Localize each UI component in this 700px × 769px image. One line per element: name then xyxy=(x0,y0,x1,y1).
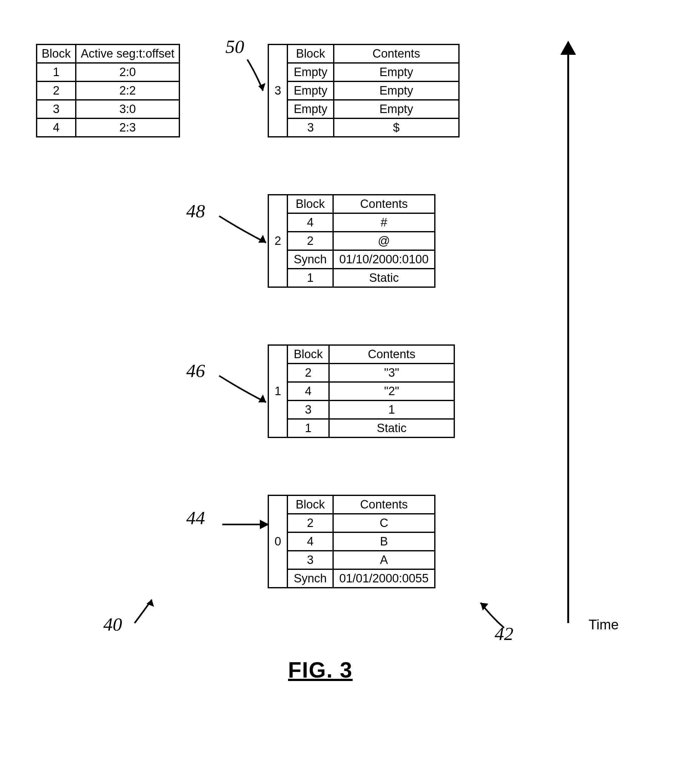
table-row: 1 Static xyxy=(268,419,454,438)
segment-0-table: 0 Block Contents 2 C 4 B 3 A Synch 01/01… xyxy=(268,495,436,588)
table-row: 1 Static xyxy=(268,269,435,287)
table-row: Synch 01/10/2000:0100 xyxy=(268,250,435,269)
segment-3: 3 Block Contents Empty Empty Empty Empty… xyxy=(268,44,460,137)
cell-contents: 01/01/2000:0055 xyxy=(333,569,435,588)
segment-2-table: 2 Block Contents 4 # 2 @ Synch 01/10/200… xyxy=(268,194,436,288)
svg-marker-8 xyxy=(481,603,488,611)
callout-44: 44 xyxy=(186,507,205,529)
cell-contents: # xyxy=(333,213,435,232)
cell-block: 3 xyxy=(287,401,329,419)
lookup-table: Block Active seg:t:offset 1 2:0 2 2:2 3 … xyxy=(36,44,180,137)
cell-block: Empty xyxy=(287,81,334,100)
cell-block: 4 xyxy=(37,118,76,137)
segment-0: 0 Block Contents 2 C 4 B 3 A Synch 01/01… xyxy=(268,495,436,588)
callout-46: 46 xyxy=(186,360,205,382)
cell-contents: 1 xyxy=(329,401,454,419)
cell-contents: "3" xyxy=(329,364,454,382)
callout-50-leader xyxy=(241,56,269,97)
table-row: Synch 01/01/2000:0055 xyxy=(268,569,435,588)
cell-contents: $ xyxy=(334,118,459,137)
cell-block: 2 xyxy=(37,81,76,100)
cell-block: Synch xyxy=(287,569,333,588)
cell-contents: 01/10/2000:0100 xyxy=(333,250,435,269)
cell-block: 2 xyxy=(287,514,333,532)
cell-block: 2 xyxy=(287,364,329,382)
table-row: 4 2:3 xyxy=(37,118,179,137)
time-axis-arrow xyxy=(551,41,589,626)
cell-contents: A xyxy=(333,551,435,569)
segment-2: 2 Block Contents 4 # 2 @ Synch 01/10/200… xyxy=(268,194,436,288)
time-axis-label: Time xyxy=(589,617,619,632)
cell-contents: Empty xyxy=(334,81,459,100)
table-row: 2 2:2 xyxy=(37,81,179,100)
callout-50: 50 xyxy=(225,36,244,58)
cell-block: 1 xyxy=(287,269,333,287)
table-row: 3 $ xyxy=(268,118,459,137)
table-row: 3 3:0 xyxy=(37,100,179,118)
table-row: 3 A xyxy=(268,551,435,569)
cell-block: 4 xyxy=(287,382,329,401)
seg-header-block: Block xyxy=(287,345,329,364)
table-row: 4 B xyxy=(268,532,435,551)
cell-block: 4 xyxy=(287,532,333,551)
cell-block: 3 xyxy=(287,118,334,137)
segment-3-table: 3 Block Contents Empty Empty Empty Empty… xyxy=(268,44,460,137)
cell-block: Empty xyxy=(287,63,334,81)
figure-3-diagram: Block Active seg:t:offset 1 2:0 2 2:2 3 … xyxy=(0,0,700,769)
cell-block: 1 xyxy=(287,419,329,438)
table-row: 1 2:0 xyxy=(37,63,179,81)
seg-header-block: Block xyxy=(287,195,333,213)
callout-48: 48 xyxy=(186,200,205,222)
table-row: 2 "3" xyxy=(268,364,454,382)
table-row: Empty Empty xyxy=(268,100,459,118)
cell-block: Empty xyxy=(287,100,334,118)
table-row: 4 "2" xyxy=(268,382,454,401)
callout-42-leader xyxy=(476,598,513,632)
table-row: 3 1 xyxy=(268,401,454,419)
table-row: Empty Empty xyxy=(268,81,459,100)
callout-40: 40 xyxy=(103,614,122,635)
seg-header-block: Block xyxy=(287,45,334,63)
cell-block: 3 xyxy=(287,551,333,569)
table-row: 2 @ xyxy=(268,232,435,250)
cell-block: 3 xyxy=(37,100,76,118)
cell-contents: Static xyxy=(329,419,454,438)
cell-block: 2 xyxy=(287,232,333,250)
seg-header-contents: Contents xyxy=(329,345,454,364)
cell-contents: @ xyxy=(333,232,435,250)
cell-block: 4 xyxy=(287,213,333,232)
cell-block: Synch xyxy=(287,250,333,269)
callout-40-leader xyxy=(132,595,163,626)
callout-48-leader xyxy=(216,213,272,251)
cell-block: 1 xyxy=(37,63,76,81)
cell-contents: Empty xyxy=(334,100,459,118)
lookup-header-block: Block xyxy=(37,45,76,63)
table-row: Empty Empty xyxy=(268,63,459,81)
cell-contents: "2" xyxy=(329,382,454,401)
seg-header-contents: Contents xyxy=(333,496,435,514)
cell-active: 2:2 xyxy=(76,81,179,100)
lookup-header-active: Active seg:t:offset xyxy=(76,45,179,63)
callout-46-leader xyxy=(216,373,272,410)
segment-number: 0 xyxy=(268,496,287,588)
cell-active: 2:3 xyxy=(76,118,179,137)
svg-marker-6 xyxy=(260,520,269,529)
seg-header-block: Block xyxy=(287,496,333,514)
segment-number: 3 xyxy=(268,45,287,137)
callout-44-leader xyxy=(219,513,272,536)
segment-1-table: 1 Block Contents 2 "3" 4 "2" 3 1 1 Stati… xyxy=(268,344,455,438)
seg-header-contents: Contents xyxy=(333,195,435,213)
figure-label: FIG. 3 xyxy=(288,658,352,682)
cell-contents: Static xyxy=(333,269,435,287)
cell-contents: B xyxy=(333,532,435,551)
table-row: 4 # xyxy=(268,213,435,232)
table-row: 2 C xyxy=(268,514,435,532)
cell-active: 3:0 xyxy=(76,100,179,118)
cell-contents: Empty xyxy=(334,63,459,81)
segment-1: 1 Block Contents 2 "3" 4 "2" 3 1 1 Stati… xyxy=(268,344,455,438)
cell-contents: C xyxy=(333,514,435,532)
svg-marker-1 xyxy=(560,41,576,55)
cell-active: 2:0 xyxy=(76,63,179,81)
seg-header-contents: Contents xyxy=(334,45,459,63)
